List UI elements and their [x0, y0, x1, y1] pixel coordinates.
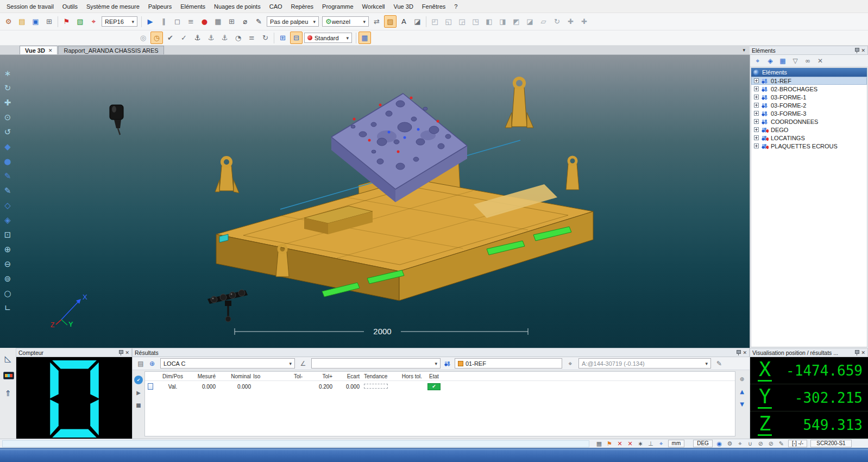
element-gem-icon[interactable]: ◈	[1, 214, 14, 226]
view-ellipse-icon[interactable]: ○	[1, 287, 14, 299]
draw-pencil2-icon[interactable]: ✎	[1, 184, 14, 197]
scribe-icon[interactable]: ✎	[253, 15, 265, 28]
angle-unit-indicator[interactable]: DEG	[693, 440, 713, 447]
measure-corner-icon[interactable]: ∟	[1, 302, 14, 314]
probe-angle-icon[interactable]: ∠	[298, 359, 308, 369]
tree-item-03-forme-2[interactable]: 03-FORME-2	[751, 101, 867, 109]
element-cone-icon[interactable]: ◇	[1, 199, 14, 211]
close-panel-icon[interactable]: ✕	[743, 350, 747, 355]
offsets-icon[interactable]: ⇄	[370, 15, 383, 28]
column-header[interactable]: Dim/Pos	[156, 373, 190, 379]
open-icon[interactable]: ▤	[16, 15, 28, 28]
pin-icon[interactable]	[854, 349, 859, 355]
shade2-icon[interactable]: ◪	[524, 15, 536, 28]
menu-item[interactable]: CAO	[265, 1, 287, 12]
clamp-icon[interactable]: ∪	[746, 440, 755, 448]
expander-icon[interactable]	[754, 111, 759, 116]
tree-item-03-forme-1[interactable]: 03-FORME-1	[751, 93, 867, 101]
pin-icon[interactable]	[118, 349, 123, 355]
menu-item[interactable]: Session de travail	[2, 1, 58, 12]
expander-icon[interactable]	[754, 119, 759, 124]
view-front-icon[interactable]: ◳	[469, 15, 482, 28]
zoom-results-icon[interactable]: ⊕	[738, 374, 746, 383]
menu-item[interactable]: Fenêtres	[418, 1, 450, 12]
draw-pencil-icon[interactable]: ✎	[1, 170, 14, 182]
flag-icon[interactable]: ⚑	[60, 15, 73, 28]
menu-item[interactable]: Repères	[287, 1, 318, 12]
link-icon[interactable]: ∞	[803, 56, 813, 66]
run-program-icon[interactable]: ▶	[144, 15, 156, 28]
anchor-add-icon[interactable]: ⚓	[205, 32, 217, 44]
standard-combo[interactable]: Standard ▾	[304, 33, 352, 43]
report-next-icon[interactable]: ⊟	[290, 32, 303, 44]
scene-3d[interactable]: 2000 X Y Z	[0, 55, 750, 348]
forbid-icon[interactable]: ⊘	[756, 440, 765, 448]
smooth-icon[interactable]: ◎	[137, 32, 149, 44]
calc-icon[interactable]: ⊞	[225, 15, 238, 28]
edit-results-icon[interactable]: ✎	[714, 359, 724, 369]
view-plus-icon[interactable]: ⊕	[1, 243, 14, 255]
dimension-badge-icon[interactable]	[3, 372, 14, 379]
report-prev-icon[interactable]: ⊞	[276, 32, 289, 44]
expander-icon[interactable]	[754, 95, 759, 99]
close-tab-icon[interactable]: ✕	[48, 48, 53, 53]
close-panel-icon[interactable]: ✕	[125, 350, 129, 355]
clear-icon[interactable]: ✕	[815, 56, 825, 66]
grid-icon[interactable]: ▦	[212, 15, 224, 28]
close-panel-icon[interactable]: ✕	[861, 350, 865, 355]
eye-icon[interactable]: ◉	[715, 440, 724, 448]
menu-item[interactable]: Nuages de points	[210, 1, 265, 12]
column-header[interactable]: Etat	[423, 373, 445, 379]
menu-item[interactable]: Programme	[318, 1, 357, 12]
expander-icon[interactable]	[754, 86, 759, 91]
tree-root[interactable]: Eléments	[751, 68, 867, 77]
menu-item[interactable]: Système de mesure	[82, 1, 144, 12]
column-header[interactable]: Tendance	[361, 373, 391, 379]
unit-indicator[interactable]: mm	[668, 440, 685, 447]
probe-blue-icon[interactable]: ⌖	[657, 440, 666, 448]
rotate-view-icon[interactable]: ↻	[1, 82, 14, 94]
ok-button[interactable]: ✔	[134, 376, 143, 384]
menu-item[interactable]: ?	[450, 1, 462, 12]
tree-item-plaquettes-ecrous[interactable]: PLAQUETTES ECROUS	[751, 142, 867, 150]
caliper-icon[interactable]: ⌀	[239, 15, 251, 28]
measure-v-icon[interactable]: ✓	[178, 32, 190, 44]
step-button[interactable]: ▶	[134, 388, 143, 397]
rotate-cw-icon[interactable]: ↻	[551, 15, 563, 28]
machine-combo[interactable]: ⚙ wenzel ▾	[322, 16, 369, 27]
report-icon[interactable]: ▤	[136, 359, 146, 369]
record-icon[interactable]: ●	[198, 15, 211, 28]
expander-icon[interactable]	[754, 143, 759, 148]
probe-status-icon[interactable]: ⌖	[735, 440, 745, 448]
scroll-up-icon[interactable]: ▲	[738, 387, 746, 396]
stats-icon[interactable]: ▧	[74, 15, 86, 28]
aux-combo[interactable]: ▾	[311, 358, 441, 369]
expand-up-icon[interactable]: ⇑	[2, 387, 15, 399]
expander-icon[interactable]	[754, 135, 759, 140]
probe-map-icon[interactable]: ⌖	[87, 15, 100, 28]
refresh-icon[interactable]: ↻	[259, 32, 272, 44]
collapse-strip-icon[interactable]: ▾	[743, 47, 745, 53]
add-view2-icon[interactable]: ✚	[578, 15, 590, 28]
section2-icon[interactable]: ◨	[496, 15, 509, 28]
mask-icon[interactable]: ◪	[411, 15, 424, 28]
position-combo[interactable]: A:@144-30719 (-0.134) ▾	[578, 358, 711, 369]
view-target-icon[interactable]: ⊚	[1, 272, 14, 285]
expander-icon[interactable]	[754, 127, 759, 132]
tree-item-02-brochages[interactable]: 02-BROCHAGES	[751, 85, 867, 93]
tree-item-01-ref[interactable]: 01-REF	[751, 77, 867, 85]
anchor-ref-icon[interactable]: ⚓	[218, 32, 231, 44]
tree-item-dego[interactable]: DEGO	[751, 126, 867, 134]
forbid2-icon[interactable]: ⊘	[766, 440, 776, 448]
gauge-icon[interactable]: ◷	[150, 32, 163, 44]
viewport-3d[interactable]: 2000 X Y Z ∗↻✚⊙↺◆●✎✎◇◈⊡⊕⊖⊚○∟	[0, 55, 750, 348]
menu-item[interactable]: Workcell	[358, 1, 389, 12]
tool-status-icon[interactable]: ⊥	[646, 440, 656, 448]
column-header[interactable]: Tol+	[304, 373, 334, 379]
tree-item-locatings[interactable]: LOCATINGS	[751, 134, 867, 142]
save-icon[interactable]: ▣	[29, 15, 42, 28]
element-diamond-icon[interactable]: ◆	[1, 140, 14, 153]
probe-star-icon[interactable]: ∗	[636, 440, 645, 448]
feature-target-icon[interactable]: ⊕	[147, 359, 157, 369]
close-panel-icon[interactable]: ✕	[861, 48, 865, 53]
